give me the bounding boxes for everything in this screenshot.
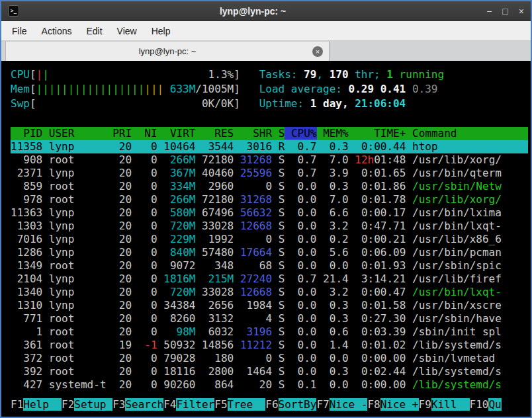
maximize-button[interactable]: □ [502,7,508,16]
fkey-f2[interactable]: F2Setup [62,398,112,411]
process-row-392[interactable]: 392 root 20 0 18116 2800 1464 S 0.0 0.3 … [11,365,528,378]
pri-cell: 20 [112,193,132,206]
minimize-button[interactable]: − [486,7,492,16]
process-row-978[interactable]: 978 root 20 0 266M 72180 31268 S 0.0 7.0… [11,193,528,206]
s-cell: S [279,153,285,166]
res-cell: 67496 [202,206,234,219]
fkey-f6[interactable]: F6SortBy [265,398,316,411]
shr-cell: 4 [240,312,272,325]
column-header-virt[interactable]: VIRT [163,127,195,140]
column-header-ni[interactable]: NI [138,127,157,140]
user-cell: lynp [49,167,107,179]
fkey-f9[interactable]: F9Kill [419,398,470,411]
titlebar[interactable]: >_ lynp@lyn-pc: ~ − □ × [1,1,531,21]
fkey-f1[interactable]: F1Help [11,398,62,411]
process-row-2371[interactable]: 2371 lynp 20 0 367M 40460 25596 S 0.7 3.… [11,167,528,180]
process-row-1340[interactable]: 1340 lynp 20 0 720M 33028 12668 S 0.0 3.… [11,286,528,299]
menu-item-file[interactable]: File [5,22,34,40]
shr-cell: 1464 [240,365,272,378]
ni-cell: 0 [138,180,157,192]
cpu-cell: 0.0 [291,193,317,206]
cmd-cell: /usr/bin/qterm [412,167,502,179]
column-header-mem[interactable]: MEM% [323,127,349,140]
time-cell: 3:14.21 [355,272,406,285]
process-row-908[interactable]: 908 root 20 0 266M 72180 31268 S 0.7 7.0… [11,153,528,167]
column-header-pri[interactable]: PRI [112,127,132,140]
process-row-361[interactable]: 361 root 19 -1 50932 14856 11212 S 0.0 1… [11,339,528,352]
process-row-11358[interactable]: 11358 lynp 20 0 10464 3544 3016 R 0.7 0.… [11,140,528,153]
menu-item-actions[interactable]: Actions [35,22,79,40]
process-row-1[interactable]: 1 root 20 0 98M 6032 3196 S 0.0 0.6 0:03… [11,325,528,339]
fkey-f7[interactable]: F7Nice - [316,398,367,411]
fkey-label: Tree [228,398,266,411]
column-header-cmd[interactable]: Command [412,127,457,140]
column-header-cpu[interactable]: CPU% [285,127,316,140]
tab-terminal[interactable]: lynp@lyn-pc: ~ × [5,41,330,61]
virt-cell: 90260 [163,378,195,391]
column-header-shr[interactable]: SHR [240,127,272,140]
menu-item-view[interactable]: View [111,22,144,40]
fkey-f8[interactable]: F8Nice + [367,398,418,411]
process-row-11363[interactable]: 11363 lynp 20 0 580M 67496 56632 S 0.0 6… [11,206,528,220]
fkey-f3[interactable]: F3Search [112,398,163,411]
time-cell: 0:00.00 [355,378,406,391]
process-row-1286[interactable]: 1286 lynp 20 0 840M 57480 17664 S 0.0 5.… [11,246,528,259]
menu-item-help[interactable]: Help [145,22,177,40]
column-header-res[interactable]: RES [202,127,234,140]
mem-cell: 1.4 [323,339,349,351]
s-cell: S [279,272,285,285]
uptime-stat: Uptime: 1 day, 21:06:04 [259,97,444,111]
s-cell: S [279,259,285,272]
ni-cell: 0 [138,312,157,325]
load-average-label: Load average: [259,83,349,95]
fkey-f4[interactable]: F4Filter [163,398,214,411]
process-row-1303[interactable]: 1303 lynp 20 0 720M 33028 12668 S 0.0 3.… [11,220,528,233]
terminal-app-icon[interactable]: >_ [8,5,19,17]
column-header-time[interactable]: TIME+ [355,127,406,140]
shr-cell: 12668 [240,220,272,232]
mem-cell: 3.2 [323,220,349,232]
pid-cell: 978 [11,193,42,206]
cpu-cell: 0.0 [291,365,317,378]
ni-cell: 0 [138,167,157,179]
cpu-cell: 0.7 [291,272,317,285]
shr-cell: 3196 [240,325,272,338]
process-row-372[interactable]: 372 root 20 0 79028 180 0 S 0.0 0.0 0:00… [11,352,528,365]
virt-cell: 8260 [163,312,195,325]
time-cell: 0:03.39 [355,325,406,338]
ni-cell: 0 [138,378,157,391]
shr-cell: 31268 [240,193,272,206]
cpu-cell: 0.0 [291,299,317,312]
pri-cell: 20 [112,220,132,232]
process-row-1310[interactable]: 1310 lynp 20 0 34384 2656 1984 S 0.0 0.3… [11,299,528,312]
process-row-2104[interactable]: 2104 lynp 20 0 1816M 215M 27240 S 0.7 21… [11,272,528,286]
virt-cell: 1816M [163,272,195,285]
ni-cell: 0 [138,220,157,232]
process-row-859[interactable]: 859 root 20 0 334M 2960 0 S 0.0 0.3 0:01… [11,180,528,193]
process-row-771[interactable]: 771 root 20 0 8260 3132 4 S 0.0 0.3 0:27… [11,312,528,325]
uptime-label: Uptime: [259,97,310,110]
process-row-427[interactable]: 427 systemd-t 20 0 90260 864 20 S 0.1 0.… [11,378,528,392]
user-cell: lynp [49,233,107,245]
shr-cell: 0 [240,352,272,364]
column-header-pid[interactable]: PID [11,127,42,140]
column-header-s[interactable]: S [279,127,285,140]
menu-item-edit[interactable]: Edit [79,22,109,40]
swap-meter-label: Swp [11,97,30,111]
column-header-user[interactable]: USER [49,127,107,140]
cmd-cell: /sbin/lvmetad [412,352,495,364]
tab-close-icon[interactable]: × [312,46,323,57]
fkey-f5[interactable]: F5Tree [214,398,265,411]
process-row-7016[interactable]: 7016 lynp 20 0 229M 1992 0 S 0.0 0.2 0:0… [11,233,528,246]
terminal-screen[interactable]: CPU[||1.3%] Mem[||||||||||||||||||||633M… [1,61,531,417]
cmd-cell: /lib/systemd/s [412,365,502,378]
ni-cell: -1 [138,339,157,351]
ni-cell: 0 [138,365,157,378]
close-button[interactable]: × [519,7,524,16]
load-15min: 0.39 [412,83,438,95]
cpu-cell: 0.0 [291,180,317,192]
pid-cell: 1 [11,325,42,338]
pid-cell: 427 [11,378,42,391]
fkey-f10[interactable]: F10Qu [470,398,502,411]
process-row-1349[interactable]: 1349 root 20 0 9072 348 68 S 0.0 0.0 0:0… [11,259,528,272]
